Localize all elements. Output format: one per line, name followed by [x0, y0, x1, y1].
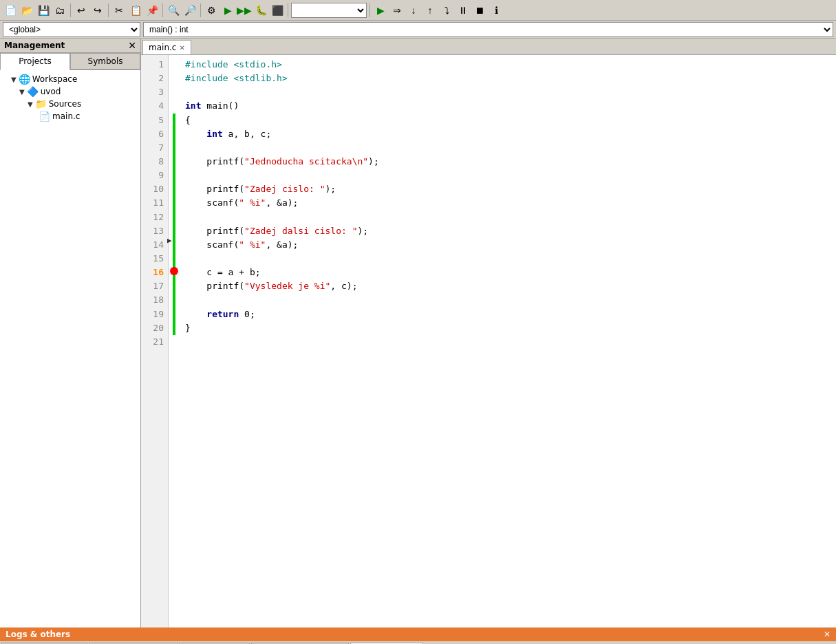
- sep5: [288, 3, 288, 17]
- global-bar: <global> main() : int: [0, 21, 836, 39]
- mainc-label: main.c: [52, 111, 80, 121]
- debug-step-button[interactable]: ↓: [406, 3, 421, 18]
- redo-button[interactable]: ↪: [90, 3, 105, 18]
- workspace-arrow: ▼: [11, 76, 17, 83]
- editor-tab-mainc[interactable]: main.c ✕: [142, 40, 191, 54]
- bottom-tabs-row: 🟡 Code::Blocks ✕ 🔍 Search results ✕ 🔧 Bu…: [0, 641, 836, 644]
- mainc-icon: 📄: [39, 111, 50, 122]
- function-select[interactable]: main() : int: [143, 22, 833, 37]
- tab-projects[interactable]: Projects: [0, 53, 70, 70]
- logs-title: Logs & others: [6, 630, 70, 639]
- findreplace-button[interactable]: 🔎: [182, 3, 197, 18]
- sources-label: Sources: [49, 99, 81, 109]
- sep6: [369, 3, 370, 17]
- build-mode-select[interactable]: Debug: [291, 3, 367, 18]
- left-panel: Management ✕ Projects Symbols ▼ 🌐 Worksp…: [0, 39, 141, 627]
- management-title: Management: [4, 41, 65, 50]
- logs-header: Logs & others ✕: [0, 627, 836, 641]
- save-button[interactable]: 💾: [36, 3, 51, 18]
- buildrun-button[interactable]: ▶▶: [237, 3, 252, 18]
- saveall-button[interactable]: 🗂: [52, 3, 67, 18]
- undo-button[interactable]: ↩: [74, 3, 89, 18]
- sources-arrow: ▼: [28, 100, 33, 108]
- uvod-label: uvod: [41, 87, 61, 96]
- debug-run-to-cursor[interactable]: ⤵: [439, 3, 454, 18]
- main-area: Management ✕ Projects Symbols ▼ 🌐 Worksp…: [0, 39, 836, 627]
- sep3: [162, 3, 163, 17]
- debug-stop[interactable]: ⏹: [472, 3, 487, 18]
- find-button[interactable]: 🔍: [166, 3, 181, 18]
- code-gutter: ▶: [169, 55, 180, 627]
- panel-tabs-row: Projects Symbols: [0, 53, 140, 70]
- stop-button[interactable]: ⬛: [270, 3, 285, 18]
- tree-item-sources[interactable]: ▼ 📁 Sources: [3, 98, 138, 110]
- editor-tabs: main.c ✕: [141, 39, 836, 55]
- debug-next-button[interactable]: ⇒: [389, 3, 405, 18]
- debug-info[interactable]: ℹ: [489, 3, 504, 18]
- sep1: [70, 3, 71, 17]
- workspace-label: Workspace: [32, 74, 78, 84]
- editor-tab-close[interactable]: ✕: [179, 44, 184, 52]
- tree-item-uvod[interactable]: ▼ 🔷 uvod: [3, 85, 138, 98]
- workspace-icon: 🌐: [19, 74, 30, 85]
- copy-button[interactable]: 📋: [128, 3, 143, 18]
- main-toolbar: 📄 📂 💾 🗂 ↩ ↪ ✂ 📋 📌 🔍 🔎 ⚙ ▶ ▶▶ 🐛 ⬛ Debug ▶…: [0, 0, 836, 21]
- tab-symbols[interactable]: Symbols: [70, 53, 140, 69]
- sep2: [108, 3, 109, 17]
- new-button[interactable]: 📄: [3, 3, 18, 18]
- sep4: [200, 3, 201, 17]
- tree-item-mainc[interactable]: 📄 main.c: [3, 110, 138, 122]
- project-tree: ▼ 🌐 Workspace ▼ 🔷 uvod ▼ 📁 Sources 📄 mai…: [0, 70, 140, 627]
- uvod-icon: 🔷: [27, 86, 39, 97]
- debug-start-button[interactable]: ▶: [373, 3, 388, 18]
- sources-icon: 📁: [35, 98, 47, 109]
- debug-pause[interactable]: ⏸: [455, 3, 471, 18]
- logs-close[interactable]: ✕: [824, 630, 830, 639]
- debug-step-out-button[interactable]: ↑: [422, 3, 438, 18]
- code-content[interactable]: #include <stdio.h> #include <stdlib.h> i…: [180, 55, 836, 627]
- scope-select[interactable]: <global>: [3, 22, 140, 37]
- editor-tab-label: main.c: [149, 43, 176, 52]
- editor-area: main.c ✕ 12345 678910 1112131415 16 1718…: [141, 39, 836, 627]
- bottom-panel: Logs & others ✕ 🟡 Code::Blocks ✕ 🔍 Searc…: [0, 627, 836, 644]
- code-editor[interactable]: 12345 678910 1112131415 16 1718192021 ▶ …: [141, 55, 836, 627]
- build-button[interactable]: ⚙: [204, 3, 219, 18]
- debug-button[interactable]: 🐛: [253, 3, 268, 18]
- cut-button[interactable]: ✂: [111, 3, 127, 18]
- run-button[interactable]: ▶: [220, 3, 235, 18]
- paste-button[interactable]: 📌: [144, 3, 160, 18]
- tree-item-workspace[interactable]: ▼ 🌐 Workspace: [3, 73, 138, 85]
- management-header: Management ✕: [0, 39, 140, 53]
- management-close[interactable]: ✕: [128, 40, 136, 51]
- open-button[interactable]: 📂: [19, 3, 34, 18]
- line-numbers: 12345 678910 1112131415 16 1718192021: [141, 55, 169, 627]
- uvod-arrow: ▼: [19, 88, 25, 96]
